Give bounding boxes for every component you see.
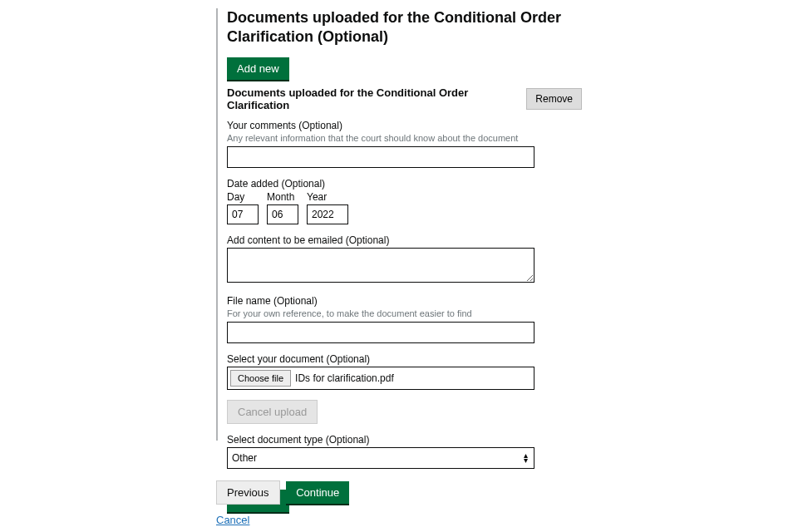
comments-hint: Any relevant information that the court … xyxy=(227,133,582,143)
continue-button[interactable]: Continue xyxy=(286,481,349,504)
document-type-select[interactable]: Other xyxy=(227,447,534,469)
cancel-link[interactable]: Cancel xyxy=(216,514,249,526)
remove-button[interactable]: Remove xyxy=(526,88,582,110)
date-added-label: Date added (Optional) xyxy=(227,178,582,190)
entry-heading: Documents uploaded for the Conditional O… xyxy=(227,86,526,111)
file-name-input[interactable] xyxy=(227,322,534,343)
document-type-label: Select document type (Optional) xyxy=(227,434,582,446)
file-input-box: Choose file IDs for clarification.pdf xyxy=(227,367,534,390)
month-label: Month xyxy=(267,191,298,203)
email-content-textarea[interactable] xyxy=(227,248,534,283)
month-input[interactable] xyxy=(267,204,298,224)
previous-button[interactable]: Previous xyxy=(216,480,280,505)
select-document-label: Select your document (Optional) xyxy=(227,353,582,365)
selected-file-name: IDs for clarification.pdf xyxy=(295,372,394,384)
year-label: Year xyxy=(307,191,348,203)
day-label: Day xyxy=(227,191,259,203)
year-input[interactable] xyxy=(307,204,348,224)
file-name-hint: For your own reference, to make the docu… xyxy=(227,308,582,318)
day-input[interactable] xyxy=(227,204,259,224)
comments-label: Your comments (Optional) xyxy=(227,120,582,131)
choose-file-button[interactable]: Choose file xyxy=(230,370,291,387)
add-new-top-button[interactable]: Add new xyxy=(227,57,289,80)
email-content-label: Add content to be emailed (Optional) xyxy=(227,234,582,246)
file-name-label: File name (Optional) xyxy=(227,295,582,307)
page-title: Documents uploaded for the Conditional O… xyxy=(227,8,582,47)
cancel-upload-button[interactable]: Cancel upload xyxy=(227,400,318,424)
comments-input[interactable] xyxy=(227,146,534,168)
